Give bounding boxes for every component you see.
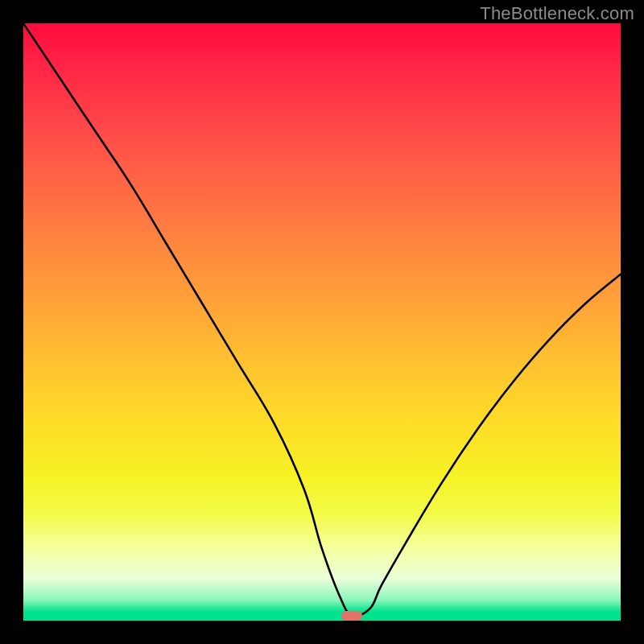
curve-layer <box>23 23 621 621</box>
chart-frame: TheBottleneck.com <box>0 0 644 644</box>
watermark-text: TheBottleneck.com <box>480 3 634 24</box>
plot-area <box>23 23 621 621</box>
bottleneck-curve <box>23 23 621 616</box>
optimal-marker <box>341 611 362 621</box>
